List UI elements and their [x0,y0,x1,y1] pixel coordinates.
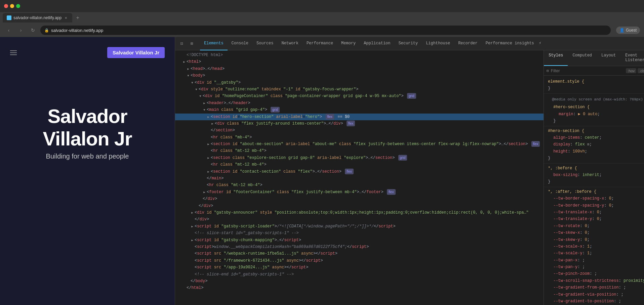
dom-line[interactable]: <!-- slice-start id="_gatsby-scripts-1" … [175,230,544,236]
element-picker-icon[interactable]: ⊡ [178,40,186,48]
hov-filter-button[interactable]: :hov [626,68,636,73]
expand-icon[interactable]: ▼ [202,108,207,113]
dom-line[interactable]: ▶ <section id="about-me-section" aria-la… [175,141,544,147]
dom-line[interactable]: ▶ <div class="flex justify-around items-… [175,120,544,127]
expand-icon[interactable]: ▼ [186,74,191,79]
hamburger-menu[interactable] [10,50,17,55]
expand-icon[interactable]: ▶ [190,238,195,243]
dom-line[interactable]: </html> [175,285,544,291]
dom-line[interactable]: </div> [175,216,544,223]
tab-sources[interactable]: Sources [252,37,277,50]
expand-icon[interactable]: ▶ [206,115,211,120]
dom-line[interactable]: </main> [175,175,544,182]
dom-line[interactable]: </section> [175,127,544,134]
cls-filter-button[interactable]: .cls [638,68,644,73]
css-var-translate-x: --tw-translate-x: 0; [548,209,644,216]
dom-line[interactable]: <script>window.__webpackCompilationHash=… [175,244,544,250]
dom-line[interactable]: <hr class="mt-12 mb-4"> [175,182,544,188]
dom-line[interactable]: ▶ <html> [175,58,544,65]
dom-line[interactable]: ▶ <div id="gatsby-announcer" style="posi… [175,209,544,216]
expand-icon[interactable]: ▶ [182,60,187,65]
url-bar[interactable]: 🔒 salvador-villalon.netlify.app [40,26,611,35]
reload-button[interactable]: ↻ [28,26,38,35]
dom-line[interactable]: </body> [175,278,544,285]
tab-computed[interactable]: Computed [568,50,597,66]
dom-line[interactable]: ▶ <section id="contact-section" class="f… [175,168,544,175]
dom-line-selected[interactable]: ▶ <section id="hero-section" arial-label… [175,114,544,120]
tab-recorder[interactable]: Recorder [454,37,482,50]
dom-line[interactable]: ▶ <script id="gatsby-chunk-mapping">…</s… [175,237,544,244]
css-value: center [585,135,599,140]
forward-button[interactable]: › [16,26,26,35]
css-var: --tw-scale-y [553,251,582,256]
expand-icon[interactable]: ▶ [202,190,207,195]
tab-layout[interactable]: Layout [597,50,620,66]
dom-line[interactable]: ▶ <script id="gatsby-script-loader">/*<!… [175,223,544,230]
expand-icon[interactable]: ▶ [206,142,211,147]
dom-line[interactable]: <hr class="mb-4"> [175,134,544,141]
settings-icon[interactable]: ⚙ [642,40,644,48]
dom-line[interactable]: ▶ <head>…</head> [175,66,544,72]
dom-line[interactable]: </div> [175,203,544,209]
new-tab-button[interactable]: + [74,14,82,22]
dom-line[interactable]: ▼ <main class="grid gap-4"> grid [175,106,544,113]
dom-line[interactable]: ▼ <div id="__gatsby"> [175,79,544,86]
tab-network[interactable]: Network [277,37,302,50]
tab-close-button[interactable]: ✕ [64,15,68,20]
css-property: align-items [553,135,580,140]
dom-line[interactable]: ▶ <section class="explore-section grid g… [175,155,544,161]
expand-icon[interactable]: ▶ [210,122,215,127]
css-value: 0 [597,210,599,215]
tab-console[interactable]: Console [228,37,252,50]
browser-tab[interactable]: salvador-villalon.netlify.app ✕ [3,13,72,23]
expand-icon[interactable]: ▶ [202,101,207,106]
tab-memory[interactable]: Memory [337,37,360,50]
tab-lighthouse[interactable]: Lighthouse [422,37,454,50]
filter-input[interactable] [551,69,624,73]
dom-line[interactable]: ▼ <div id="homePageContainer" class="pag… [175,93,544,99]
dom-line[interactable]: <script src="/app-19a9024...js" async></… [175,264,544,271]
dom-line[interactable]: <!DOCTYPE html> [175,52,544,58]
tab-styles[interactable]: Styles [544,50,568,66]
expand-icon[interactable]: ▶ [190,211,195,216]
section-explore: <section class="explore-section grid gap… [211,155,541,161]
dom-line[interactable]: <hr class="mt-12 mb-4"> [175,161,544,168]
title-bar [0,0,644,12]
expand-icon[interactable]: ▼ [194,87,199,92]
css-var: --tw-scale-x [553,244,582,249]
maximize-button[interactable] [16,4,20,8]
tab-performance-insights[interactable]: Performance insights ⚡ [482,37,546,50]
expand-icon[interactable]: ▶ [186,67,191,72]
hamburger-line [10,50,17,51]
dom-line[interactable]: <script src="/webpack-runtime-1fbe5a1...… [175,250,544,257]
minimize-button[interactable] [10,4,14,8]
tab-application[interactable]: Application [360,37,394,50]
tab-event-listeners[interactable]: Event Listeners [620,50,644,66]
dom-line[interactable]: ▶ <footer id="footerContainer" class="fl… [175,189,544,195]
css-var-skew-y: --tw-skew-y: 0; [548,236,644,243]
profile-button[interactable]: 👤 Guest [616,27,640,34]
device-toolbar-icon[interactable]: ⊞ [188,40,196,48]
dom-line[interactable]: ▼ <div style="outline:none" tabindex="-1… [175,86,544,93]
style-rule-before-after: *, :before { (index):2 box-sizing: inher… [544,164,644,187]
expand-icon[interactable]: ▼ [190,81,195,86]
expand-icon[interactable]: ▶ [206,170,211,175]
dom-line[interactable]: ▶ <header>…</header> [175,100,544,106]
dom-line[interactable]: ▼ <body> [175,72,544,79]
close-button[interactable] [4,4,8,8]
expand-icon[interactable]: ▶ [206,156,211,161]
dom-line[interactable]: <hr class="mt-12 mb-4"> [175,147,544,154]
expand-icon[interactable]: ▶ [190,224,195,229]
site-logo[interactable]: Salvador Villalon Jr [107,47,165,58]
back-button[interactable]: ‹ [4,26,13,35]
tab-security[interactable]: Security [395,37,422,50]
dom-line[interactable]: </div> [175,195,544,202]
dom-line[interactable]: <script src="/framework-6721434...js" as… [175,257,544,264]
hr-mt12-mb4-3: <hr class="mt-12 mb-4"> [207,182,541,188]
tab-performance[interactable]: Performance [303,37,337,50]
expand-icon[interactable]: ▼ [198,94,203,99]
tab-elements[interactable]: Elements [200,37,228,50]
dom-line[interactable]: <!-- slice-end id="_gatsby-scripts-1" --… [175,271,544,278]
styles-content: element.style { } @media only screen and… [544,76,644,305]
hr-mt12-mb4-2: <hr class="mt-12 mb-4"> [211,161,541,168]
